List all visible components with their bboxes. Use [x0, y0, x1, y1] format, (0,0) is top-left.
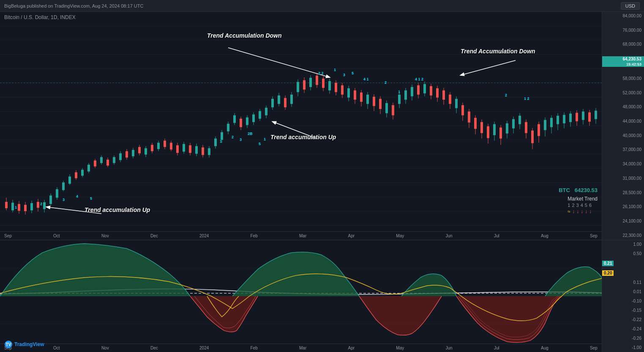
- currency-button[interactable]: USD: [621, 2, 640, 10]
- svg-rect-23: [62, 182, 65, 190]
- svg-rect-69: [208, 148, 210, 155]
- svg-rect-45: [132, 150, 134, 156]
- svg-rect-123: [379, 99, 382, 109]
- watermark: TV TradingView: [4, 340, 44, 349]
- svg-rect-183: [569, 114, 572, 122]
- chart-container: Bitcoin / U.S. Dollar, 1D, INDEX: [0, 12, 644, 352]
- svg-text:1: 1: [334, 68, 336, 72]
- current-price-badge: 64,230.53: [602, 56, 644, 62]
- oscillator-chart: Inverse Fisher Oscillator [BigBeluga]: [0, 240, 644, 352]
- svg-rect-7: [11, 203, 14, 210]
- svg-rect-39: [113, 157, 115, 163]
- price-40k: 40,000.00: [602, 133, 644, 138]
- svg-rect-77: [233, 116, 236, 123]
- svg-rect-151: [468, 112, 470, 123]
- svg-rect-91: [278, 96, 280, 104]
- svg-text:5: 5: [259, 142, 261, 146]
- svg-rect-187: [582, 112, 584, 120]
- svg-rect-63: [189, 145, 191, 153]
- svg-rect-67: [202, 147, 204, 155]
- svg-rect-51: [151, 145, 153, 151]
- svg-rect-83: [252, 115, 255, 122]
- osc-price-n026: -0.26: [602, 336, 644, 341]
- svg-rect-171: [531, 130, 534, 143]
- svg-rect-5: [5, 202, 8, 208]
- svg-rect-125: [385, 103, 388, 113]
- svg-rect-155: [480, 122, 483, 133]
- publisher-info: BigBeluga published on TradingView.com, …: [4, 3, 143, 8]
- top-bar-left: BigBeluga published on TradingView.com, …: [4, 3, 143, 8]
- svg-rect-165: [512, 119, 515, 129]
- svg-rect-147: [455, 99, 458, 108]
- price-44k: 44,000.00: [602, 119, 644, 124]
- svg-rect-33: [94, 160, 96, 166]
- price-axis: 84,000.00 76,000.00 68,000.00 64,230.53 …: [602, 12, 644, 240]
- svg-rect-35: [100, 157, 103, 163]
- svg-text:3: 3: [240, 138, 242, 142]
- svg-rect-129: [398, 95, 401, 104]
- tradingview-logo: TV TradingView: [4, 340, 44, 349]
- svg-rect-131: [404, 91, 407, 100]
- price-241k: 24,100.00: [602, 219, 644, 224]
- btc-value-panel: BTC 64230.53: [559, 187, 598, 193]
- svg-rect-181: [563, 115, 565, 124]
- svg-rect-159: [493, 124, 496, 135]
- svg-rect-97: [297, 82, 299, 92]
- osc-price-n024: -0.24: [602, 327, 644, 332]
- price-68k: 68,000.00: [602, 42, 644, 47]
- svg-rect-191: [595, 111, 597, 119]
- svg-rect-21: [56, 189, 58, 198]
- svg-rect-175: [544, 120, 546, 130]
- svg-rect-99: [303, 80, 306, 90]
- currency-selector[interactable]: USD: [621, 2, 640, 10]
- svg-text:1: 1: [220, 139, 222, 143]
- price-84k: 84,000.00: [602, 14, 644, 19]
- svg-text:2: 2: [40, 202, 42, 206]
- tv-logo-icon: TV: [4, 340, 13, 349]
- svg-rect-127: [392, 105, 394, 116]
- svg-rect-133: [411, 87, 413, 96]
- osc-price-n015: -0.15: [602, 308, 644, 313]
- svg-text:5: 5: [352, 71, 354, 75]
- svg-rect-137: [423, 84, 426, 94]
- price-34k: 34,000.00: [602, 162, 644, 167]
- svg-text:2B: 2B: [248, 132, 253, 136]
- svg-text:1: 1: [15, 205, 17, 209]
- svg-text:2: 2: [385, 80, 387, 85]
- svg-rect-95: [290, 95, 293, 104]
- btc-ticker: BTC: [559, 187, 570, 193]
- svg-rect-31: [87, 165, 90, 171]
- svg-text:2 2: 2 2: [318, 71, 324, 75]
- svg-rect-79: [240, 119, 242, 127]
- svg-rect-57: [170, 143, 172, 149]
- svg-rect-49: [145, 148, 147, 154]
- market-trend-panel: Market Trend 1 2 3 4 5 6 ≈ ↓ ↓ ↓ ↓ ↓: [568, 196, 598, 214]
- main-date-axis: Sep Oct Nov Dec 2024 Feb Mar Apr May Jun…: [0, 231, 602, 240]
- price-285k: 28,500.00: [602, 190, 644, 195]
- svg-text:TV: TV: [6, 342, 11, 347]
- svg-rect-113: [347, 88, 350, 98]
- svg-rect-93: [284, 98, 287, 107]
- svg-rect-29: [81, 170, 84, 176]
- svg-rect-19: [49, 195, 52, 204]
- svg-rect-167: [518, 116, 521, 124]
- osc-price-001: 0.01: [602, 289, 644, 294]
- main-chart: Bitcoin / U.S. Dollar, 1D, INDEX: [0, 12, 644, 240]
- svg-rect-141: [436, 88, 439, 98]
- svg-rect-53: [157, 143, 160, 149]
- btc-price: 64230.53: [575, 187, 598, 193]
- svg-rect-15: [37, 202, 39, 208]
- osc-price-1: 1.00: [602, 242, 644, 247]
- svg-rect-185: [576, 113, 578, 121]
- svg-rect-17: [43, 202, 46, 209]
- price-48k: 48,000.00: [602, 104, 644, 110]
- osc-price-n010: -0.10: [602, 299, 644, 304]
- svg-rect-81: [246, 118, 248, 125]
- tradingview-text: TradingView: [14, 341, 44, 347]
- svg-text:1: 1: [398, 90, 400, 94]
- svg-rect-85: [259, 111, 261, 119]
- svg-text:4 1: 4 1: [363, 77, 369, 81]
- svg-rect-163: [506, 124, 508, 134]
- svg-text:4 1 2: 4 1 2: [415, 77, 423, 81]
- price-52k: 52,000.00: [602, 91, 644, 96]
